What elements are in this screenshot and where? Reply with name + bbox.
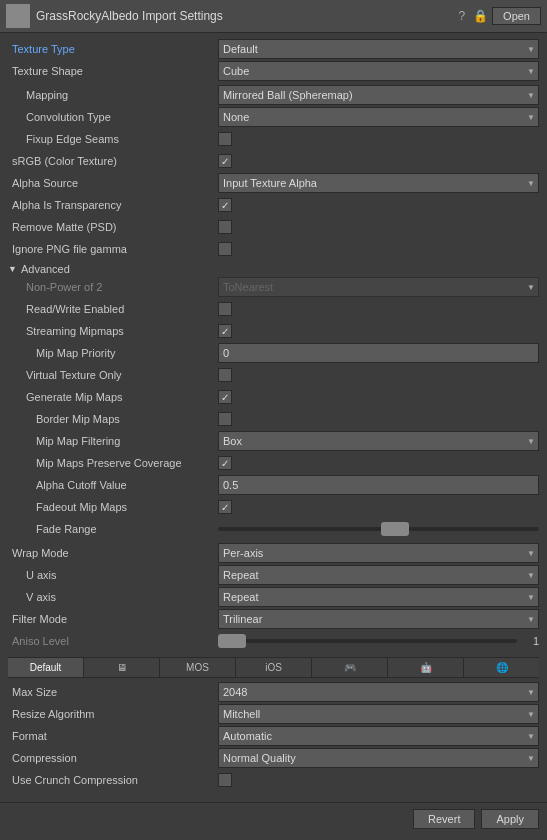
tab-monitor[interactable]: 🖥 [84, 658, 160, 677]
format-dropdown-wrap: Automatic [218, 726, 539, 746]
ignore-png-row: Ignore PNG file gamma [8, 239, 539, 259]
texture-type-row: Texture Type Default [8, 39, 539, 59]
file-icon [6, 4, 30, 28]
alpha-source-select[interactable]: Input Texture Alpha [218, 173, 539, 193]
alpha-source-label: Alpha Source [8, 177, 218, 189]
remove-matte-row: Remove Matte (PSD) [8, 217, 539, 237]
mip-maps-preserve-field [218, 456, 539, 470]
wrap-mode-select[interactable]: Per-axis [218, 543, 539, 563]
window: GrassRockyAlbedo Import Settings ? 🔒 Ope… [0, 0, 547, 835]
tab-default[interactable]: Default [8, 658, 84, 677]
advanced-triangle-icon: ▼ [8, 264, 17, 274]
generate-mip-maps-label: Generate Mip Maps [8, 391, 218, 403]
streaming-mipmaps-label: Streaming Mipmaps [8, 325, 218, 337]
fade-range-label: Fade Range [8, 523, 218, 535]
mip-maps-preserve-label: Mip Maps Preserve Coverage [8, 457, 218, 469]
convolution-type-row: Convolution Type None [8, 107, 539, 127]
title-buttons: ? 🔒 Open [458, 7, 541, 25]
filter-mode-select[interactable]: Trilinear [218, 609, 539, 629]
alpha-is-transparency-checkbox[interactable] [218, 198, 232, 212]
max-size-label: Max Size [8, 686, 218, 698]
filter-mode-dropdown-wrap: Trilinear [218, 609, 539, 629]
use-crunch-checkbox[interactable] [218, 773, 232, 787]
aniso-level-thumb[interactable] [218, 634, 246, 648]
texture-type-dropdown-wrap: Default [218, 39, 539, 59]
format-select[interactable]: Automatic [218, 726, 539, 746]
fadeout-mip-maps-row: Fadeout Mip Maps [8, 497, 539, 517]
virtual-texture-field [218, 368, 539, 382]
tab-web[interactable]: 🌐 [464, 658, 539, 677]
use-crunch-row: Use Crunch Compression [8, 770, 539, 790]
ignore-png-label: Ignore PNG file gamma [8, 243, 218, 255]
alpha-source-dropdown-wrap: Input Texture Alpha [218, 173, 539, 193]
mapping-select[interactable]: Mirrored Ball (Spheremap) [218, 85, 539, 105]
non-power-select[interactable]: ToNearest [218, 277, 539, 297]
max-size-dropdown-wrap: 2048 [218, 682, 539, 702]
v-axis-select[interactable]: Repeat [218, 587, 539, 607]
lock-icon[interactable]: 🔒 [473, 9, 488, 23]
texture-shape-select[interactable]: Cube [218, 61, 539, 81]
max-size-row: Max Size 2048 [8, 682, 539, 702]
mip-maps-preserve-checkbox[interactable] [218, 456, 232, 470]
border-mip-maps-field [218, 412, 539, 426]
border-mip-maps-checkbox[interactable] [218, 412, 232, 426]
fixup-edge-seams-field [218, 132, 539, 146]
tab-tv[interactable]: 🎮 [312, 658, 388, 677]
mip-map-priority-field [218, 343, 539, 363]
aniso-level-track [218, 639, 517, 643]
virtual-texture-label: Virtual Texture Only [8, 369, 218, 381]
alpha-cutoff-input[interactable] [218, 475, 539, 495]
tab-ios[interactable]: iOS [236, 658, 312, 677]
streaming-mipmaps-field [218, 324, 539, 338]
compression-row: Compression Normal Quality [8, 748, 539, 768]
non-power-row: Non-Power of 2 ToNearest [8, 277, 539, 297]
read-write-row: Read/Write Enabled [8, 299, 539, 319]
mip-map-filtering-select[interactable]: Box [218, 431, 539, 451]
compression-select[interactable]: Normal Quality [218, 748, 539, 768]
u-axis-row: U axis Repeat [8, 565, 539, 585]
tab-macos[interactable]: MOS [160, 658, 236, 677]
v-axis-row: V axis Repeat [8, 587, 539, 607]
alpha-is-transparency-field [218, 198, 539, 212]
convolution-type-select[interactable]: None [218, 107, 539, 127]
streaming-mipmaps-checkbox[interactable] [218, 324, 232, 338]
fixup-edge-seams-checkbox[interactable] [218, 132, 232, 146]
generate-mip-maps-checkbox[interactable] [218, 390, 232, 404]
alpha-source-row: Alpha Source Input Texture Alpha [8, 173, 539, 193]
ignore-png-checkbox[interactable] [218, 242, 232, 256]
compression-label: Compression [8, 752, 218, 764]
mip-map-priority-label: Mip Map Priority [8, 347, 218, 359]
mip-map-priority-input[interactable] [218, 343, 539, 363]
non-power-label: Non-Power of 2 [8, 281, 218, 293]
alpha-is-transparency-row: Alpha Is Transparency [8, 195, 539, 215]
border-mip-maps-label: Border Mip Maps [8, 413, 218, 425]
non-power-dropdown-wrap: ToNearest [218, 277, 539, 297]
fade-range-thumb[interactable] [381, 522, 409, 536]
mip-map-filtering-dropdown-wrap: Box [218, 431, 539, 451]
read-write-checkbox[interactable] [218, 302, 232, 316]
max-size-select[interactable]: 2048 [218, 682, 539, 702]
mip-map-filtering-label: Mip Map Filtering [8, 435, 218, 447]
mip-map-filtering-row: Mip Map Filtering Box [8, 431, 539, 451]
aniso-level-value: 1 [523, 635, 539, 647]
platform-tabs: Default 🖥 MOS iOS 🎮 🤖 🌐 [8, 657, 539, 678]
virtual-texture-checkbox[interactable] [218, 368, 232, 382]
u-axis-select[interactable]: Repeat [218, 565, 539, 585]
tab-ios-label: iOS [265, 662, 282, 673]
tab-android[interactable]: 🤖 [388, 658, 464, 677]
alpha-cutoff-label: Alpha Cutoff Value [8, 479, 218, 491]
help-icon[interactable]: ? [458, 9, 465, 23]
open-button[interactable]: Open [492, 7, 541, 25]
fadeout-mip-maps-checkbox[interactable] [218, 500, 232, 514]
advanced-section-header[interactable]: ▼ Advanced [8, 263, 539, 275]
read-write-field [218, 302, 539, 316]
revert-button[interactable]: Revert [413, 809, 475, 829]
remove-matte-checkbox[interactable] [218, 220, 232, 234]
resize-algorithm-row: Resize Algorithm Mitchell [8, 704, 539, 724]
texture-type-select[interactable]: Default [218, 39, 539, 59]
srgb-checkbox[interactable] [218, 154, 232, 168]
apply-button[interactable]: Apply [481, 809, 539, 829]
v-axis-label: V axis [8, 591, 218, 603]
monitor-icon: 🖥 [117, 662, 127, 673]
resize-algorithm-select[interactable]: Mitchell [218, 704, 539, 724]
